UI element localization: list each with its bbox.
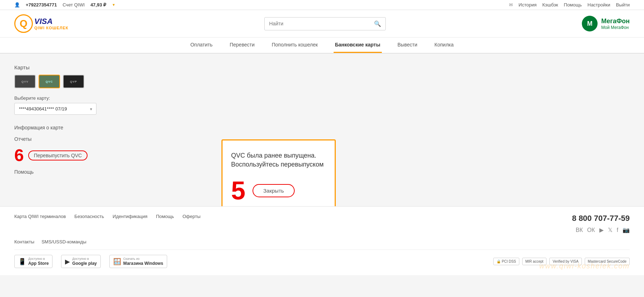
nav-item-bank-cards[interactable]: Банковские карты (334, 42, 382, 53)
footer-link-security[interactable]: Безопасность (74, 214, 104, 219)
step-number-6: 6 (14, 147, 24, 164)
googleplay-sub: Доступно в (72, 257, 97, 261)
search-button[interactable]: 🔍 (370, 18, 385, 30)
footer-phone: 8 800 707-77-59 (572, 214, 630, 223)
social-youtube[interactable]: ▶ (599, 227, 604, 233)
balance: 47,93 ₽ (90, 2, 106, 8)
logo-text: VISA QIWI КОШЕЛЕК (34, 17, 69, 30)
search-box: 🔍 (264, 17, 386, 30)
appstore-name: App Store (28, 261, 49, 266)
footer-links: Карта QIWI терминалов Безопасность Идент… (14, 214, 200, 219)
megafon-circle: М (582, 16, 598, 31)
popup-footer: 5 Закрыть (231, 178, 326, 203)
watermark: www.qiwi-koshelek.com (539, 262, 630, 270)
appstore-badge[interactable]: 📱 Доступно в App Store (14, 255, 53, 268)
megafon-sub: Мой МегаФон (601, 25, 630, 30)
help-link[interactable]: Помощь (564, 2, 582, 8)
logo-q-circle: Q (14, 14, 33, 33)
pci-icon: 🔒 (496, 259, 501, 263)
appstore-sub: Доступно в (28, 257, 49, 261)
card-qvc[interactable]: QVC (39, 75, 60, 88)
googleplay-text: Доступно в Google play (72, 257, 97, 266)
nav-item-pay[interactable]: Оплатить (189, 42, 214, 53)
footer-right-block: 8 800 707-77-59 ВК ОК ▶ 𝕏 f 📷 (572, 214, 630, 233)
user-icon: 👤 (14, 2, 20, 8)
footer-link-id[interactable]: Идентификация (113, 214, 147, 219)
phone-number: +79227354771 (26, 2, 57, 8)
envelope-icon: ✉ (509, 2, 513, 8)
select-wrapper[interactable]: ****49430641**** 07/19 (14, 103, 96, 115)
windows-sub: Скачать из (123, 257, 163, 261)
popup-step-number: 5 (231, 178, 245, 203)
nav-item-topup[interactable]: Пополнить кошелек (270, 42, 319, 53)
footer-link-help[interactable]: Помощь (156, 214, 174, 219)
googleplay-name: Google play (72, 261, 97, 266)
footer-link-contacts[interactable]: Контакты (14, 239, 34, 244)
cashback-link[interactable]: Кэшбэк (542, 2, 558, 8)
history-link[interactable]: История (519, 2, 536, 8)
menu-item-reissue[interactable]: Перевыпустить QVC (28, 150, 88, 160)
top-bar: 👤 +79227354771 Счет QIWI 47,93 ₽ ▼ ✉ Ист… (0, 0, 644, 10)
social-instagram[interactable]: 📷 (623, 227, 630, 233)
googleplay-badge[interactable]: ▶ Доступно в Google play (61, 255, 101, 268)
windows-name: Магазина Windows (123, 261, 163, 266)
windows-icon: 🪟 (113, 258, 121, 266)
popup-overlay: QVC была ранее выпущена. Воспользуйтесь … (221, 139, 336, 213)
balance-arrow[interactable]: ▼ (112, 3, 115, 7)
windows-text: Скачать из Магазина Windows (123, 257, 163, 266)
header: Q VISA QIWI КОШЕЛЕК 🔍 М МегаФон Мой Мега… (0, 10, 644, 38)
cards-row: QVV QVC QVP (14, 75, 630, 88)
top-bar-right: ✉ История Кэшбэк Помощь Настройки Выйти (509, 2, 630, 8)
social-vk[interactable]: ВК (576, 227, 583, 233)
footer-top: Карта QIWI терминалов Безопасность Идент… (14, 214, 630, 233)
select-card-label: Выберите карту: (14, 95, 630, 101)
logo-qiwi: QIWI КОШЕЛЕК (34, 26, 69, 30)
logo-q-letter: Q (20, 18, 28, 29)
footer-bottom: Контакты SMS/USSD-команды (14, 239, 630, 244)
nav-item-transfer[interactable]: Перевести (228, 42, 256, 53)
appstore-text: Доступно в App Store (28, 257, 49, 266)
social-facebook[interactable]: f (617, 227, 618, 233)
googleplay-icon: ▶ (65, 258, 70, 266)
megafon-label: МегаФон (601, 18, 630, 25)
footer-link-map[interactable]: Карта QIWI терминалов (14, 214, 66, 219)
badge-pci: 🔒 PCI DSS (493, 258, 519, 265)
top-bar-left: 👤 +79227354771 Счет QIWI 47,93 ₽ ▼ (14, 2, 115, 8)
card-qvp[interactable]: QVP (63, 75, 84, 88)
social-icons: ВК ОК ▶ 𝕏 f 📷 (576, 227, 630, 233)
card-qvv[interactable]: QVV (14, 75, 36, 88)
card-select[interactable]: ****49430641**** 07/19 (14, 103, 96, 115)
cards-label: Карты (14, 64, 630, 70)
account-label: Счет QIWI (63, 2, 85, 8)
appstore-icon: 📱 (18, 258, 26, 266)
logout-link[interactable]: Выйти (616, 2, 630, 8)
menu-item-card-info[interactable]: Информация о карте (14, 122, 630, 133)
logo-visa: VISA (34, 17, 69, 26)
nav-item-withdraw[interactable]: Вывести (396, 42, 419, 53)
footer: Карта QIWI терминалов Безопасность Идент… (0, 206, 644, 275)
social-ok[interactable]: ОК (587, 227, 595, 233)
footer-link-sms[interactable]: SMS/USSD-команды (41, 239, 86, 244)
social-twitter[interactable]: 𝕏 (608, 227, 613, 233)
search-input[interactable] (265, 18, 370, 29)
windows-badge[interactable]: 🪟 Скачать из Магазина Windows (109, 255, 167, 268)
popup-box: QVC была ранее выпущена. Воспользуйтесь … (221, 139, 336, 213)
footer-link-offers[interactable]: Оферты (183, 214, 200, 219)
settings-link[interactable]: Настройки (588, 2, 610, 8)
popup-text: QVC была ранее выпущена. Воспользуйтесь … (231, 151, 326, 169)
close-button[interactable]: Закрыть (253, 184, 295, 197)
megafon-logo: М МегаФон Мой МегаФон (582, 16, 630, 31)
footer-apps: 📱 Доступно в App Store ▶ Доступно в Goog… (14, 249, 630, 268)
logo-area: Q VISA QIWI КОШЕЛЕК (14, 14, 69, 33)
nav-item-piggybank[interactable]: Копилка (433, 42, 455, 53)
megafon-text-block: МегаФон Мой МегаФон (601, 18, 630, 30)
footer-links2: Контакты SMS/USSD-команды (14, 239, 86, 244)
pci-label: PCI DSS (502, 259, 516, 263)
nav: Оплатить Перевести Пополнить кошелек Бан… (0, 38, 644, 54)
main-content: Карты QVV QVC QVP Выберите карту: ****49… (0, 54, 644, 206)
